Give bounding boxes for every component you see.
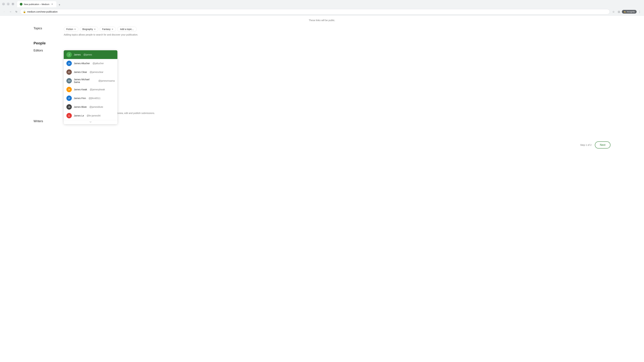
reload-button[interactable]: ↻ [14, 9, 19, 14]
dropdown-item-sama-name: James Michael Sama [74, 78, 96, 83]
browser-chrome: — □ ✕ New publication – Medium ✕ + ← → ↻… [0, 0, 644, 15]
avatar-kwak: JK [66, 87, 72, 92]
topics-label: Topics [34, 27, 54, 30]
editors-description: Editors can add writers and stories. The… [64, 112, 610, 114]
window-controls: — □ ✕ [2, 2, 14, 5]
menu-button[interactable]: ⋮ [637, 9, 642, 14]
maximize-button[interactable]: □ [7, 2, 10, 5]
dropdown-item-james-name: James [74, 53, 81, 56]
editors-label: Editors [34, 49, 54, 52]
avatar-sama: JM [66, 78, 72, 83]
bookmark-button[interactable]: ☆ [611, 9, 616, 14]
dropdown-item-kwak-username: @jamesykwak [90, 88, 105, 91]
dropdown-item-le[interactable]: JL James Le @le-james94 [64, 111, 118, 120]
lock-icon: 🔒 [23, 10, 26, 13]
close-button[interactable]: ✕ [12, 2, 14, 5]
topic-tag-biography[interactable]: Biography ✕ [80, 27, 98, 32]
dropdown-item-blute-name: James Blute [74, 106, 87, 108]
next-button[interactable]: Next [595, 141, 610, 148]
tab-favicon [20, 3, 22, 5]
editors-content: J James @james JA James Altucher @jaltuc… [64, 49, 610, 114]
back-button[interactable]: ← [2, 9, 7, 14]
dropdown-item-le-name: James Le [74, 114, 84, 117]
dropdown-item-kwak[interactable]: JK James Kwak @jamesykwak [64, 85, 118, 94]
dropdown-item-james-username: @james [83, 53, 92, 56]
address-bar[interactable]: 🔒 medium.com/new-publication [20, 9, 610, 14]
dropdown-item-sama[interactable]: JM James Michael Sama @jamesmsama [64, 76, 118, 85]
dropdown-item-altucher-name: James Altucher [74, 62, 90, 65]
tab-bar: New publication – Medium ✕ + [16, 1, 63, 7]
dropdown-item-finn-name: James Finn [74, 97, 86, 99]
dropdown-item-altucher-username: @jaltucher [92, 62, 104, 65]
top-notice: These links will be public. [34, 15, 610, 27]
topic-tag-fantasy-text: Fantasy [102, 28, 110, 30]
browser-actions: ☆ ⊡ 🕵 Incognito ⋮ [611, 9, 642, 14]
avatar-le: JL [66, 113, 72, 118]
browser-titlebar: — □ ✕ New publication – Medium ✕ + [0, 0, 644, 8]
topic-tag-biography-text: Biography [82, 28, 93, 30]
topic-tag-fantasy[interactable]: Fantasy ✕ [100, 27, 116, 32]
people-heading: People [34, 41, 610, 45]
page-content: These links will be public. Topics Ficti… [0, 15, 644, 125]
avatar-clear: JC [66, 69, 72, 75]
tab-title: New publication – Medium [24, 3, 49, 5]
step-text: Step 1 of 2 [580, 144, 592, 146]
editors-section: Editors J James @james JA James Altucher… [34, 49, 610, 114]
incognito-label: Incognito [627, 10, 635, 13]
incognito-icon: 🕵 [624, 10, 626, 13]
dropdown-item-sama-username: @jamesmsama [98, 79, 115, 82]
dropdown-item-clear[interactable]: JC James Clear @jamesclear [64, 68, 118, 76]
dropdown-item-finn[interactable]: JF James Finn @jfinn6511 [64, 94, 118, 103]
topic-tag-fiction-text: Fiction [66, 28, 73, 30]
minimize-button[interactable]: — [2, 2, 5, 5]
topics-description: Adding topics allows people to search fo… [64, 33, 610, 36]
dropdown-item-blute[interactable]: JB James Blute @jamesblute [64, 103, 118, 111]
dropdown-item-finn-username: @jfinn6511 [88, 97, 100, 99]
dropdown-item-le-username: @le-james94 [87, 114, 100, 117]
dropdown-item-james[interactable]: J James @james [64, 50, 118, 59]
user-dropdown: J James @james JA James Altucher @jaltuc… [64, 50, 118, 124]
writers-section: Writers [34, 119, 610, 125]
topic-tag-fiction-remove[interactable]: ✕ [74, 28, 76, 30]
topic-tag-biography-remove[interactable]: ✕ [94, 28, 96, 30]
dropdown-item-clear-name: James Clear [74, 71, 87, 73]
address-bar-row: ← → ↻ 🔒 medium.com/new-publication ☆ ⊡ 🕵… [0, 8, 644, 15]
dropdown-item-altucher[interactable]: JA James Altucher @jaltucher [64, 59, 118, 68]
add-topic-button[interactable]: Add a topic... [117, 27, 137, 32]
topic-tag-fantasy-remove[interactable]: ✕ [112, 28, 113, 30]
avatar-blute: JB [66, 104, 72, 110]
topics-section: Topics Fiction ✕ Biography ✕ Fantasy ✕ A… [34, 27, 610, 36]
new-tab-button[interactable]: + [57, 2, 62, 7]
page-footer: Step 1 of 2 Next [0, 135, 644, 155]
incognito-badge: 🕵 Incognito [622, 10, 636, 13]
avatar-finn: JF [66, 95, 72, 101]
tab-close-button[interactable]: ✕ [51, 3, 54, 6]
writers-label: Writers [34, 119, 54, 123]
dropdown-item-blute-username: @jamesblute [90, 106, 103, 108]
avatar-altucher: JA [66, 61, 72, 66]
dropdown-bottom [64, 120, 118, 124]
dropdown-item-kwak-name: James Kwak [74, 88, 87, 91]
active-tab[interactable]: New publication – Medium ✕ [17, 1, 56, 7]
dropdown-item-clear-username: @jamesclear [90, 71, 104, 73]
topic-tag-fiction[interactable]: Fiction ✕ [64, 27, 78, 32]
forward-button[interactable]: → [8, 9, 13, 14]
tab-search-button[interactable]: ⊡ [616, 9, 621, 14]
avatar-james: J [66, 52, 72, 57]
topics-row: Fiction ✕ Biography ✕ Fantasy ✕ Add a to… [64, 27, 610, 32]
topics-content: Fiction ✕ Biography ✕ Fantasy ✕ Add a to… [64, 27, 610, 36]
url-text: medium.com/new-publication [27, 10, 607, 13]
